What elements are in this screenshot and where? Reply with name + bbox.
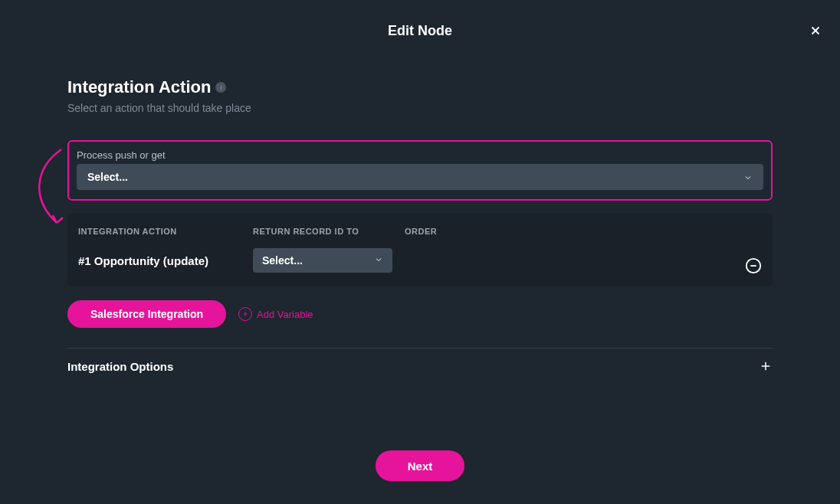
info-icon[interactable]: i — [215, 82, 226, 93]
col-header-integration-action: INTEGRATION ACTION — [78, 227, 253, 236]
col-header-order: ORDER — [405, 227, 762, 236]
plus-circle-icon — [238, 307, 252, 321]
close-icon — [809, 24, 822, 38]
edit-node-modal: Edit Node Integration Action i Select an… — [0, 0, 840, 504]
remove-circle-icon — [745, 257, 762, 274]
integration-action-value: #1 Opportunity (update) — [78, 254, 253, 267]
process-highlight-box: Process push or get Select... — [67, 140, 773, 201]
add-variable-link[interactable]: Add Variable — [238, 307, 313, 321]
process-select[interactable]: Select... — [77, 164, 763, 190]
next-button[interactable]: Next — [376, 450, 465, 481]
section-subtitle: Select an action that should take place — [67, 102, 773, 114]
table-row: #1 Opportunity (update) Select... — [78, 248, 762, 273]
plus-icon — [759, 359, 773, 373]
process-select-value: Select... — [87, 171, 128, 183]
return-record-select-value: Select... — [262, 254, 303, 267]
modal-title: Edit Node — [0, 0, 840, 39]
actions-row: Salesforce Integration Add Variable — [67, 300, 773, 328]
chevron-down-icon — [374, 254, 383, 267]
close-button[interactable] — [806, 21, 825, 40]
chevron-down-icon — [743, 172, 753, 182]
salesforce-integration-button[interactable]: Salesforce Integration — [67, 300, 226, 328]
return-record-select[interactable]: Select... — [253, 248, 392, 273]
add-variable-label: Add Variable — [257, 309, 313, 320]
divider — [67, 348, 773, 349]
table-header-row: INTEGRATION ACTION RETURN RECORD ID TO O… — [78, 227, 762, 236]
modal-content: Integration Action i Select an action th… — [0, 39, 840, 373]
integration-config-card: INTEGRATION ACTION RETURN RECORD ID TO O… — [67, 213, 773, 286]
col-header-return-record: RETURN RECORD ID TO — [253, 227, 405, 236]
section-header: Integration Action i — [67, 77, 773, 97]
section-title: Integration Action — [67, 77, 211, 97]
process-label: Process push or get — [77, 149, 763, 161]
integration-options-label: Integration Options — [67, 360, 173, 373]
modal-footer: Next — [0, 450, 840, 481]
annotation-arrow — [28, 145, 74, 229]
remove-row-button[interactable] — [745, 257, 762, 274]
integration-options-toggle[interactable]: Integration Options — [67, 359, 773, 373]
